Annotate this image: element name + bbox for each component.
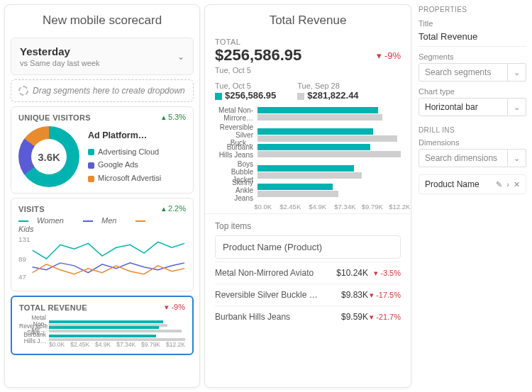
- uv-donut-chart: 3.6K: [18, 126, 79, 187]
- compare-date-a: Tue, Oct 5: [215, 82, 276, 90]
- chart-type-dropdown-button[interactable]: ⌄: [508, 98, 526, 116]
- top-item-name: Metal Non-Mirrored Aviato: [215, 268, 333, 278]
- top-item-value: $9.59K: [333, 312, 368, 322]
- dimensions-dropdown-button[interactable]: ⌄: [508, 149, 526, 167]
- field-label-segments: Segments: [419, 52, 526, 61]
- svg-text:131: 131: [18, 235, 30, 243]
- top-item-delta: -3.5%: [368, 269, 401, 278]
- compare-value-b: $281,822.44: [307, 90, 358, 101]
- hbar-row: Skinny Ankle Jeans: [215, 179, 401, 197]
- scorecard-title: New mobile scorecard: [5, 5, 199, 33]
- dropzone-text: Drag segments here to create dropdown: [33, 86, 185, 96]
- chevron-down-icon: ⌄: [514, 68, 520, 77]
- date-range-picker[interactable]: Yesterday vs Same day last week ⌄: [11, 38, 194, 75]
- top-item-row[interactable]: Metal Non-Mirrored Aviato $10.24K -3.5%: [215, 262, 401, 284]
- dimensions-search-input[interactable]: Search dimensions: [419, 149, 508, 167]
- drill-item-label: Product Name: [425, 179, 480, 189]
- date-range-main: Yesterday: [20, 45, 100, 57]
- field-label-title: Title: [419, 19, 526, 28]
- edit-icon[interactable]: ✎: [496, 180, 502, 189]
- hbar-row: Reversible Silver Buck…: [215, 123, 401, 142]
- detail-total-value: $256,586.95: [215, 46, 301, 65]
- uv-delta: 5.3%: [162, 113, 186, 122]
- square-icon: [215, 93, 222, 100]
- segments-dropzone[interactable]: Drag segments here to create dropdown: [11, 79, 194, 102]
- visits-line-chart: 131 89 47: [18, 235, 186, 283]
- top-item-value: $10.24K: [333, 268, 368, 278]
- card-visits[interactable]: VISITS 2.2% Women Men Kids 131 89 47: [11, 198, 194, 291]
- top-item-delta: -21.7%: [368, 313, 401, 322]
- segment-icon: [18, 86, 28, 96]
- top-items-header: Top items: [215, 221, 401, 231]
- compare-value-a: $256,586.95: [225, 90, 276, 101]
- segments-search-input[interactable]: Search segments: [419, 63, 508, 82]
- square-icon: [297, 93, 304, 100]
- chevron-down-icon: ⌄: [514, 103, 520, 112]
- visits-legend: Women Men Kids: [18, 216, 186, 233]
- mini-bar-row: Burbank Hills J…: [19, 332, 185, 340]
- uv-legend-title: Ad Platform…: [88, 128, 161, 143]
- card-total-revenue[interactable]: TOTAL REVENUE -9% Metal Non-Mir… Reversi…: [11, 296, 194, 355]
- uv-legend-item: Advertising Cloud: [88, 145, 161, 159]
- top-item-value: $9.83K: [333, 290, 368, 300]
- chevron-down-icon: ⌄: [514, 154, 520, 163]
- chevron-right-icon[interactable]: ›: [506, 180, 509, 189]
- dimension-selector[interactable]: Product Name (Product): [215, 235, 401, 259]
- uv-label: UNIQUE VISITORS: [18, 113, 91, 122]
- drill-ins-header: DRILL INS: [419, 126, 526, 134]
- top-item-row[interactable]: Burbank Hills Jeans $9.59K -21.7%: [215, 306, 401, 327]
- uv-center-value: 3.6K: [31, 139, 67, 174]
- properties-header: PROPERTIES: [419, 6, 526, 13]
- hbar-row: Metal Non-Mirrore…: [215, 105, 401, 123]
- uv-legend: Ad Platform… Advertising Cloud Google Ad…: [88, 128, 161, 184]
- detail-hbar-chart: Metal Non-Mirrore… Reversible Silver Buc…: [205, 102, 411, 201]
- tr-mini-hbar-chart: Metal Non-Mir… Reversible Silve… Burbank…: [19, 315, 185, 340]
- top-item-row[interactable]: Reversible Silver Buckle … $9.83K -17.5%: [215, 284, 401, 306]
- field-label-dimensions: Dimensions: [419, 138, 526, 147]
- detail-title: Total Revenue: [205, 5, 411, 33]
- detail-total-delta: -9%: [377, 50, 401, 61]
- date-range-sub: vs Same day last week: [20, 59, 100, 67]
- tr-delta: -9%: [165, 303, 185, 312]
- properties-panel: PROPERTIES Title Total Revenue Segments …: [411, 0, 532, 392]
- visits-delta: 2.2%: [162, 204, 186, 213]
- svg-text:89: 89: [18, 255, 26, 263]
- detail-xticks: $0.0K $2.45K $4.9K $7.34K $9.79K $12.2K: [205, 203, 411, 211]
- compare-date-b: Tue, Sep 28: [297, 82, 358, 90]
- card-unique-visitors[interactable]: UNIQUE VISITORS 5.3% 3.6K Ad Platform… A…: [11, 106, 194, 194]
- detail-panel: Total Revenue TOTAL $256,586.95 -9% Tue,…: [204, 4, 411, 388]
- segments-dropdown-button[interactable]: ⌄: [508, 63, 526, 82]
- scorecard-panel: New mobile scorecard Yesterday vs Same d…: [4, 4, 200, 388]
- chart-type-select[interactable]: Horizontal bar: [419, 98, 508, 116]
- title-input[interactable]: Total Revenue: [419, 30, 526, 47]
- close-icon[interactable]: ✕: [514, 180, 520, 189]
- field-label-chart-type: Chart type: [419, 87, 526, 96]
- top-item-delta: -17.5%: [368, 291, 401, 300]
- svg-text:47: 47: [18, 274, 26, 281]
- top-item-name: Burbank Hills Jeans: [215, 312, 333, 322]
- drill-item-row[interactable]: Product Name ✎ › ✕: [419, 174, 526, 194]
- mini-bar-row: Metal Non-Mir…: [19, 315, 185, 323]
- visits-label: VISITS: [18, 205, 45, 213]
- tr-label: TOTAL REVENUE: [19, 303, 87, 312]
- top-item-name: Reversible Silver Buckle …: [215, 290, 333, 300]
- hbar-row: Boys Bubble Jacket: [215, 160, 401, 179]
- hbar-row: Burbank Hills Jeans: [215, 142, 401, 160]
- uv-legend-item: Google Ads: [88, 158, 161, 172]
- compare-row: Tue, Oct 5 $256,586.95 Tue, Sep 28 $281,…: [205, 76, 411, 102]
- chevron-down-icon: ⌄: [177, 52, 184, 62]
- uv-legend-item: Microsoft Advertisi: [88, 172, 161, 185]
- detail-total-date: Tue, Oct 5: [215, 66, 401, 74]
- detail-section-label: TOTAL: [215, 38, 401, 46]
